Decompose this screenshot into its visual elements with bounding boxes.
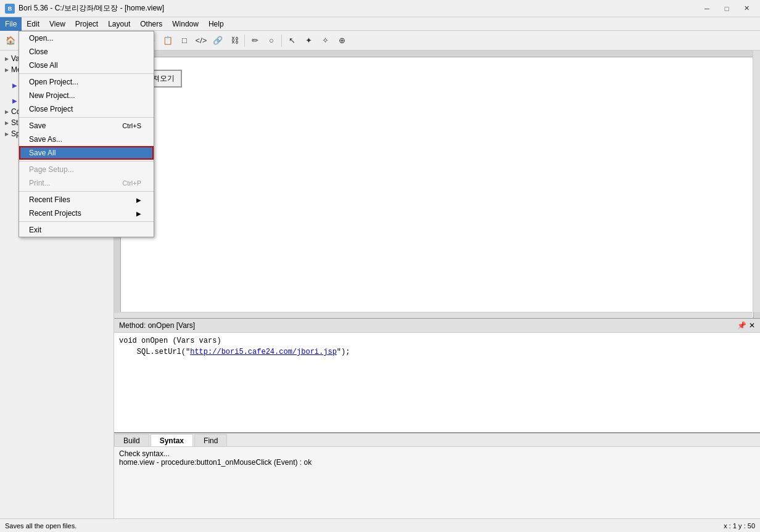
tab-find[interactable]: Find: [194, 434, 227, 446]
file-menu-dropdown: Open... Close Close All Open Project... …: [19, 31, 154, 237]
menu-others[interactable]: Others: [135, 17, 167, 31]
code-panel-header: Method: onOpen [Vars] 📌 ✕: [114, 319, 760, 333]
tb-cursor3-icon[interactable]: ✧: [317, 33, 333, 49]
menu-close-all[interactable]: Close All: [19, 59, 154, 72]
minimize-button[interactable]: ─: [698, 2, 716, 15]
tb-sep-4: [281, 35, 282, 47]
design-scrollbar-h[interactable]: [114, 312, 753, 318]
status-bar: Saves all the open files. x : 1 y : 50: [0, 518, 760, 532]
tb-cursor1-icon[interactable]: ↖: [284, 33, 300, 49]
tb-sep-3: [244, 35, 245, 47]
tb-sq-icon[interactable]: □: [176, 33, 192, 49]
menu-save-as[interactable]: Save As...: [19, 133, 154, 146]
menu-page-setup: Page Setup...: [19, 163, 154, 176]
tab-build[interactable]: Build: [114, 434, 149, 446]
window-controls: ─ □ ✕: [698, 2, 755, 15]
bottom-line-1: Check syntax...: [119, 449, 755, 458]
bottom-tabs: Build Syntax Find Check syntax... home.v…: [114, 432, 760, 518]
code-pin-button[interactable]: 📌: [737, 321, 746, 330]
menu-file[interactable]: File: [0, 17, 22, 31]
tb-circle-icon[interactable]: ○: [263, 33, 279, 49]
code-line-1: void onOpen (Vars vars): [119, 335, 755, 346]
menu-save[interactable]: Save Ctrl+S: [19, 119, 154, 133]
tb-code-icon[interactable]: </>: [193, 33, 209, 49]
menu-close-project[interactable]: Close Project: [19, 102, 154, 116]
menu-project[interactable]: Project: [70, 17, 103, 31]
code-panel-body: void onOpen (Vars vars) SQL.setUrl("http…: [114, 333, 760, 432]
menu-view[interactable]: View: [44, 17, 70, 31]
design-canvas: DB가져오기 stable1: [120, 57, 754, 318]
menu-print: Print... Ctrl+P: [19, 176, 154, 190]
menu-open[interactable]: Open...: [19, 31, 154, 45]
tb-cursor4-icon[interactable]: ⊕: [334, 33, 350, 49]
separator-2: [19, 117, 154, 118]
menu-edit[interactable]: Edit: [22, 17, 44, 31]
maximize-button[interactable]: □: [718, 2, 735, 15]
bottom-content: Check syntax... home.view - procedure:bu…: [114, 447, 760, 518]
menu-window[interactable]: Window: [167, 17, 204, 31]
design-area: DB가져오기 stable1: [114, 51, 760, 318]
menu-recent-projects[interactable]: Recent Projects ▶: [19, 207, 154, 220]
bottom-line-2: home.view - procedure:button1_onMouseCli…: [119, 458, 755, 467]
title-bar: B Bori 5.36 - C:/보리강좌/메모장 - [home.view] …: [0, 0, 760, 17]
status-left: Saves all the open files.: [5, 522, 76, 530]
tb-chain1-icon[interactable]: 🔗: [210, 33, 226, 49]
window-title: Bori 5.36 - C:/보리강좌/메모장 - [home.view]: [19, 3, 698, 14]
bottom-tab-bar: Build Syntax Find: [114, 433, 760, 447]
tab-syntax[interactable]: Syntax: [151, 434, 193, 446]
separator-5: [19, 221, 154, 222]
menu-save-all[interactable]: Save All: [19, 146, 154, 160]
menu-recent-files[interactable]: Recent Files ▶: [19, 193, 154, 207]
separator-4: [19, 191, 154, 192]
close-button[interactable]: ✕: [738, 2, 755, 15]
menu-close[interactable]: Close: [19, 45, 154, 59]
code-line-2: SQL.setUrl("http://bori5.cafe24.com/jbor…: [119, 346, 755, 358]
code-url-link[interactable]: http://bori5.cafe24.com/jbori.jsp: [190, 348, 337, 356]
menu-exit[interactable]: Exit: [19, 223, 154, 237]
app-icon: B: [5, 4, 15, 14]
menu-help[interactable]: Help: [204, 17, 229, 31]
menu-open-project[interactable]: Open Project...: [19, 75, 154, 89]
right-panel: DB가져오기 stable1 Method: onOpen [Vars] 📌 ✕…: [114, 51, 760, 518]
tb-chain2-icon[interactable]: ⛓: [226, 33, 242, 49]
menu-new-project[interactable]: New Project...: [19, 89, 154, 102]
tb-pen-icon[interactable]: ✏: [247, 33, 263, 49]
code-panel-title: Method: onOpen [Vars]: [119, 321, 195, 330]
tb-var-icon[interactable]: 📋: [160, 33, 176, 49]
menu-layout[interactable]: Layout: [103, 17, 135, 31]
tb-home-icon[interactable]: 🏠: [2, 33, 19, 49]
code-panel: Method: onOpen [Vars] 📌 ✕ void onOpen (V…: [114, 318, 760, 432]
menu-bar: File Edit View Project Layout Others Win…: [0, 17, 760, 31]
tb-cursor2-icon[interactable]: ✦: [300, 33, 316, 49]
design-scrollbar-v[interactable]: [753, 51, 760, 312]
code-close-button[interactable]: ✕: [749, 321, 755, 330]
separator-1: [19, 73, 154, 74]
separator-3: [19, 161, 154, 162]
status-right: x : 1 y : 50: [724, 522, 755, 530]
